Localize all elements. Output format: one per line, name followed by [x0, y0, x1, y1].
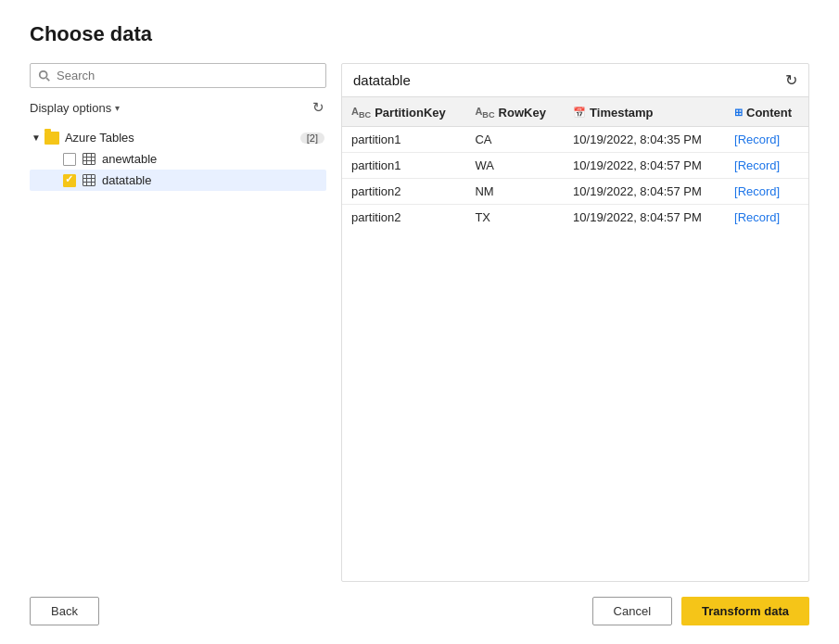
- abc-icon-partitionkey: ABC: [351, 106, 371, 120]
- table-cell-timestamp: 10/19/2022, 8:04:57 PM: [564, 153, 725, 179]
- table-cell-partitionkey: partition1: [342, 127, 465, 153]
- table-icon: [82, 153, 96, 166]
- tree-area: ▼ Azure Tables [2] anewtable: [30, 127, 326, 582]
- cancel-button[interactable]: Cancel: [592, 597, 672, 625]
- right-refresh-button[interactable]: ↻: [785, 71, 797, 89]
- abc-icon-rowkey: ABC: [475, 106, 494, 120]
- record-link[interactable]: [Record]: [734, 184, 780, 198]
- table-row: partition1WA10/19/2022, 8:04:57 PM[Recor…: [342, 153, 808, 179]
- page-title: Choose data: [30, 22, 809, 46]
- anewtable-label: anewtable: [102, 152, 157, 166]
- tree-collapse-arrow: ▼: [32, 133, 41, 143]
- table-row: partition2NM10/19/2022, 8:04:57 PM[Recor…: [342, 179, 808, 205]
- right-panel-title: datatable: [353, 72, 411, 88]
- table-cell-content: [Record]: [725, 205, 808, 231]
- folder-count-badge: [2]: [300, 133, 324, 144]
- table-scroll[interactable]: ABC PartitionKey ABC RowKey: [342, 97, 808, 581]
- table-row: partition1CA10/19/2022, 8:04:35 PM[Recor…: [342, 127, 808, 153]
- list-item[interactable]: datatable: [30, 170, 326, 191]
- right-panel: datatable ↻ ABC PartitionKey: [341, 63, 809, 582]
- col-header-timestamp: 📅 Timestamp: [564, 97, 725, 127]
- record-link[interactable]: [Record]: [734, 158, 780, 172]
- back-button[interactable]: Back: [30, 597, 99, 625]
- left-panel: Display options ▾ ↻ ▼ Azure Tables [2]: [30, 63, 326, 582]
- table-cell-partitionkey: partition2: [342, 179, 465, 205]
- table-cell-partitionkey: partition2: [342, 205, 465, 231]
- search-input[interactable]: [57, 69, 318, 82]
- table-header-row: ABC PartitionKey ABC RowKey: [342, 97, 808, 127]
- col-header-rowkey: ABC RowKey: [465, 97, 564, 127]
- table-cell-rowkey: NM: [465, 179, 564, 205]
- svg-rect-7: [83, 175, 95, 186]
- table-cell-content: [Record]: [725, 179, 808, 205]
- folder-name: Azure Tables: [65, 131, 297, 145]
- transform-data-button[interactable]: Transform data: [681, 597, 809, 625]
- record-link[interactable]: [Record]: [734, 210, 780, 224]
- display-options-toggle[interactable]: Display options ▾: [30, 101, 120, 115]
- folder-icon: [44, 132, 59, 145]
- data-table: ABC PartitionKey ABC RowKey: [342, 97, 808, 230]
- table-icon: [82, 174, 96, 187]
- col-header-content: ⊞ Content: [725, 97, 808, 127]
- col-header-partitionkey: ABC PartitionKey: [342, 97, 465, 127]
- grid-icon-content: ⊞: [734, 107, 743, 119]
- table-cell-timestamp: 10/19/2022, 8:04:35 PM: [564, 127, 725, 153]
- list-item[interactable]: anewtable: [30, 148, 326, 170]
- anewtable-checkbox[interactable]: [63, 153, 76, 166]
- search-box: [30, 63, 326, 88]
- table-cell-rowkey: CA: [465, 127, 564, 153]
- svg-point-0: [40, 70, 47, 78]
- tree-folder-row[interactable]: ▼ Azure Tables [2]: [30, 127, 326, 148]
- search-icon: [38, 69, 51, 82]
- display-options-row: Display options ▾ ↻: [30, 95, 326, 123]
- table-cell-partitionkey: partition1: [342, 153, 465, 179]
- table-cell-content: [Record]: [725, 127, 808, 153]
- chevron-down-icon: ▾: [115, 103, 120, 113]
- record-link[interactable]: [Record]: [734, 133, 780, 146]
- svg-line-1: [46, 78, 49, 81]
- datatable-label: datatable: [102, 173, 152, 187]
- table-row: partition2TX10/19/2022, 8:04:57 PM[Recor…: [342, 205, 808, 231]
- table-cell-timestamp: 10/19/2022, 8:04:57 PM: [564, 179, 725, 205]
- right-header: datatable ↻: [342, 64, 808, 97]
- table-cell-rowkey: WA: [465, 153, 564, 179]
- footer: Back Cancel Transform data: [30, 582, 809, 625]
- display-options-label: Display options: [30, 101, 111, 115]
- calendar-icon-timestamp: 📅: [573, 107, 586, 119]
- datatable-checkbox[interactable]: [63, 174, 76, 187]
- table-cell-content: [Record]: [725, 153, 808, 179]
- svg-rect-2: [83, 154, 95, 165]
- refresh-button[interactable]: ↻: [311, 97, 326, 118]
- table-cell-rowkey: TX: [465, 205, 564, 231]
- footer-right: Cancel Transform data: [592, 597, 809, 625]
- table-cell-timestamp: 10/19/2022, 8:04:57 PM: [564, 205, 725, 231]
